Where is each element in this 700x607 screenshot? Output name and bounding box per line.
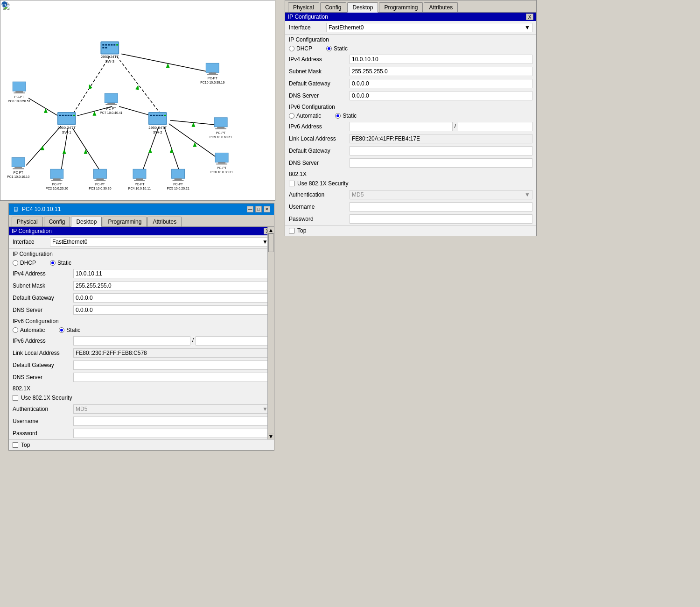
svg-rect-103 [215, 153, 228, 162]
svg-rect-83 [50, 169, 63, 178]
auto-option-right[interactable]: Automatic [289, 113, 321, 119]
ip-config-close-right[interactable]: X [526, 14, 533, 20]
static-radio-left[interactable] [50, 260, 56, 266]
tab-desktop-right[interactable]: Desktop [347, 2, 378, 13]
minimize-button-left[interactable]: — [247, 206, 253, 212]
dns-row-left: DNS Server [9, 304, 274, 316]
tab-config-left[interactable]: Config [44, 217, 70, 226]
dns-input-right[interactable] [350, 91, 532, 100]
svg-rect-60 [14, 92, 25, 93]
password-input-left[interactable] [73, 429, 270, 438]
left-ip-dialog: 🖥 PC4 10.0.10.11 — □ ✕ Physical Config D… [8, 203, 274, 451]
subnet-input-left[interactable] [73, 281, 270, 290]
svg-text:PC2 10.0.20.20: PC2 10.0.20.20 [46, 187, 68, 190]
svg-text:PC10 10.0.99.19: PC10 10.0.99.19 [200, 81, 224, 84]
ipv6-input-left[interactable] [73, 336, 190, 346]
dns-input-left[interactable] [73, 305, 270, 315]
svg-rect-51 [153, 115, 155, 116]
auto-radio-right[interactable] [289, 113, 294, 119]
use-8021x-row-left[interactable]: Use 802.1X Security [9, 393, 274, 403]
tab-programming-right[interactable]: Programming [379, 2, 423, 12]
tab-attributes-right[interactable]: Attributes [424, 2, 458, 12]
svg-rect-31 [111, 44, 112, 46]
use-8021x-checkbox-left[interactable] [13, 395, 18, 401]
tab-physical-right[interactable]: Physical [288, 2, 319, 12]
svg-rect-90 [94, 180, 105, 181]
auth-select-left[interactable]: MD5 ▼ [73, 404, 270, 414]
static6-option-right[interactable]: Static [335, 113, 357, 119]
ip-config-section-right: IP Configuration [285, 35, 536, 44]
svg-rect-78 [12, 157, 25, 167]
username-input-right[interactable] [350, 202, 532, 212]
auto-option-left[interactable]: Automatic [13, 327, 45, 333]
tab-physical-left[interactable]: Physical [12, 217, 43, 226]
password-input-right[interactable] [350, 214, 532, 224]
use-8021x-row-right[interactable]: Use 802.1X Security [285, 178, 536, 189]
dns6-input-left[interactable] [73, 373, 270, 382]
svg-rect-58 [13, 82, 26, 91]
scroll-thumb[interactable] [268, 233, 273, 252]
top-row-left[interactable]: Top [9, 439, 274, 450]
auth-select-right[interactable]: MD5 ▼ [350, 190, 532, 199]
svg-rect-93 [133, 169, 146, 178]
interface-select-left[interactable]: FastEthernet0 ▼ [50, 237, 270, 247]
tab-desktop-left[interactable]: Desktop [71, 217, 102, 227]
dhcp-radio-right[interactable] [289, 46, 294, 51]
svg-rect-75 [215, 128, 226, 129]
password-row-right: Password [285, 213, 536, 225]
ipv6-prefix-left[interactable] [196, 336, 270, 346]
top-checkbox-left[interactable] [13, 442, 18, 448]
static6-radio-left[interactable] [59, 327, 64, 333]
svg-rect-43 [68, 115, 70, 116]
static-option-right[interactable]: Static [326, 45, 348, 52]
use-8021x-checkbox-right[interactable] [289, 181, 294, 186]
maximize-button-left[interactable]: □ [255, 206, 262, 212]
ipv6-input-right[interactable] [350, 122, 453, 131]
top-checkbox-right[interactable] [289, 228, 294, 233]
ipv4-input-left[interactable] [73, 269, 270, 278]
svg-rect-54 [161, 115, 163, 116]
svg-rect-32 [113, 44, 115, 46]
gateway6-input-right[interactable] [350, 146, 532, 155]
ipv4-input-right[interactable] [350, 55, 532, 64]
gateway-input-right[interactable] [350, 79, 532, 88]
tab-programming-left[interactable]: Programming [103, 217, 147, 226]
svg-text:PC6 10.0.30.31: PC6 10.0.30.31 [210, 170, 233, 174]
gateway-input-left[interactable] [73, 293, 270, 303]
svg-text:PC-PT: PC-PT [14, 171, 24, 174]
dns6-input-right[interactable] [350, 158, 532, 168]
close-button-left[interactable]: ✕ [264, 206, 270, 212]
ip-config-title-left: IP Configuration [12, 228, 52, 234]
link-local-input-left [73, 348, 270, 358]
gateway6-input-left[interactable] [73, 360, 270, 370]
svg-rect-53 [159, 115, 161, 116]
dropdown-arrow-right: ▼ [525, 24, 530, 31]
svg-rect-35 [105, 47, 107, 49]
dhcp-option-right[interactable]: DHCP [289, 45, 312, 52]
scroll-up-button[interactable]: ▲ [268, 227, 274, 233]
svg-rect-30 [108, 44, 110, 46]
svg-text:SW-2: SW-2 [153, 130, 162, 134]
static6-option-left[interactable]: Static [59, 327, 80, 333]
8021x-section-left: 802.1X [9, 383, 274, 393]
svg-rect-52 [156, 115, 158, 116]
ip-config-titlebar-left: IP Configuration X [9, 227, 274, 235]
ipv6-row-left: IPv6 Address / [9, 335, 274, 347]
scrollbar-left[interactable]: ▲ ▼ [267, 227, 274, 439]
dhcp-radio-left[interactable] [13, 260, 18, 266]
username-input-left[interactable] [73, 416, 270, 426]
scroll-down-button[interactable]: ▼ [268, 433, 274, 439]
dhcp-option-left[interactable]: DHCP [13, 260, 36, 266]
top-row-right[interactable]: Top [285, 225, 536, 236]
svg-rect-65 [105, 104, 117, 105]
static-option-left[interactable]: Static [50, 260, 71, 266]
static6-radio-right[interactable] [335, 113, 341, 119]
svg-text:2950-24TT: 2950-24TT [57, 126, 76, 130]
static-radio-right[interactable] [326, 46, 332, 51]
tab-attributes-left[interactable]: Attributes [147, 217, 182, 226]
interface-select-right[interactable]: FastEthernet0 ▼ [326, 23, 532, 32]
tab-config-right[interactable]: Config [320, 2, 347, 12]
ipv6-prefix-right[interactable] [458, 122, 532, 131]
auto-radio-left[interactable] [13, 327, 18, 333]
subnet-input-right[interactable] [350, 67, 532, 76]
